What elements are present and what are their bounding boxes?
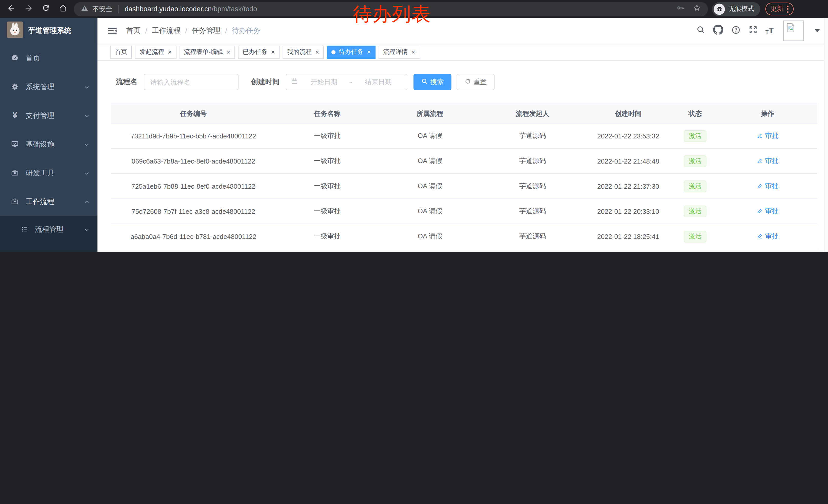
created-time-cell: 2022-01-22 21:37:30 xyxy=(584,174,672,199)
search-button-label: 搜索 xyxy=(430,78,444,87)
calendar-icon xyxy=(291,78,298,87)
reset-button[interactable]: 重置 xyxy=(457,74,495,90)
sidebar-item-payment[interactable]: ¥ 支付管理 xyxy=(0,101,97,130)
avatar[interactable] xyxy=(783,20,804,41)
process-cell: OA 请假 xyxy=(379,174,481,199)
yen-icon: ¥ xyxy=(11,111,19,120)
security-warning-icon[interactable] xyxy=(81,4,89,14)
breadcrumb-item[interactable]: 任务管理 xyxy=(192,26,220,35)
breadcrumb-item[interactable]: 工作流程 xyxy=(152,26,180,35)
kebab-menu-icon[interactable] xyxy=(787,5,788,12)
caret-down-icon[interactable] xyxy=(815,29,820,32)
url-path: /bpm/task/todo xyxy=(212,5,257,13)
approve-button-label: 审批 xyxy=(765,232,779,241)
approve-button[interactable]: 审批 xyxy=(756,207,779,216)
tab[interactable]: 流程表单-编辑× xyxy=(179,45,235,59)
process-cell: OA 请假 xyxy=(379,148,481,174)
column-header-task-name: 任务名称 xyxy=(276,104,379,123)
reload-button[interactable] xyxy=(42,4,50,14)
briefcase-icon xyxy=(11,197,19,205)
status-cell: 激活 xyxy=(672,123,718,148)
back-button[interactable] xyxy=(7,3,16,15)
bookmark-star-icon[interactable] xyxy=(693,4,701,14)
table-header-row: 任务编号 任务名称 所属流程 流程发起人 创建时间 状态 操作 xyxy=(111,104,817,123)
github-icon[interactable] xyxy=(713,25,723,37)
search-icon[interactable] xyxy=(696,25,705,36)
approve-button[interactable]: 审批 xyxy=(756,232,779,241)
approve-button[interactable]: 审批 xyxy=(756,131,779,140)
chevron-down-icon xyxy=(84,112,90,121)
table-row: 8f0d1619-7ac8-11ec-a9e2-a2380e71991a1.2测… xyxy=(111,249,817,252)
search-button[interactable]: 搜索 xyxy=(413,74,451,90)
workflow-submenu: 流程管理 任务管理 我的流程 待办任务 已办 xyxy=(0,216,97,252)
tabs-bar: 首页发起流程×流程表单-编辑×已办任务×我的流程×待办任务×流程详情× xyxy=(97,44,828,61)
status-cell: 激活 xyxy=(672,199,718,224)
tab[interactable]: 流程详情× xyxy=(379,45,420,59)
approve-button[interactable]: 审批 xyxy=(756,156,779,166)
status-cell: 激活 xyxy=(672,174,718,199)
approve-button-label: 审批 xyxy=(765,131,779,140)
main-area: 首页 / 工作流程 / 任务管理 / 待办任务 TT xyxy=(97,18,828,252)
help-icon[interactable] xyxy=(731,25,741,37)
sidebar-item-label: 流程管理 xyxy=(35,216,64,242)
process-cell: OA 请假 xyxy=(379,199,481,224)
home-button[interactable] xyxy=(58,3,68,15)
fullscreen-icon[interactable] xyxy=(748,25,758,36)
created-time-cell: 2022-01-22 20:33:10 xyxy=(584,199,672,224)
app-frame: 芋道管理系统 首页 系统管理 ¥ 支付管理 基础设施 xyxy=(0,18,828,252)
sidebar-item-infrastructure[interactable]: 基础设施 xyxy=(0,130,97,158)
chevron-down-icon xyxy=(84,84,90,92)
task-table: 任务编号 任务名称 所属流程 流程发起人 创建时间 状态 操作 73211d9d… xyxy=(111,103,817,252)
tab[interactable]: 已办任务× xyxy=(238,45,279,59)
sidebar-item-label: 研发工具 xyxy=(26,158,54,187)
tab-close-icon[interactable]: × xyxy=(411,49,415,55)
action-cell: 审批 xyxy=(718,224,817,249)
status-cell: 激活 xyxy=(672,224,718,249)
hamburger-icon[interactable] xyxy=(107,26,118,38)
table-row: 75d72608-7b7f-11ec-a3c8-acde48001122一级审批… xyxy=(111,199,817,224)
tab[interactable]: 首页 xyxy=(110,45,132,59)
tab-close-icon[interactable]: × xyxy=(168,49,172,55)
approve-button[interactable]: 审批 xyxy=(756,182,779,191)
process-cell: OA 请假 xyxy=(379,224,481,249)
approve-button-label: 审批 xyxy=(765,207,779,216)
vertical-scrollbar[interactable] xyxy=(824,18,828,252)
sidebar-item-workflow[interactable]: 工作流程 xyxy=(0,187,97,216)
column-header-created: 创建时间 xyxy=(584,104,672,123)
breadcrumb-item[interactable]: 首页 xyxy=(126,26,140,35)
monitor-icon xyxy=(11,140,19,148)
toolbox-icon xyxy=(11,169,19,177)
starter-cell: 芋道源码 xyxy=(481,249,584,252)
sidebar-item-system[interactable]: 系统管理 xyxy=(0,72,97,101)
sidebar-item-label: 基础设施 xyxy=(26,130,54,158)
browser-update-button[interactable]: 更新 xyxy=(765,3,794,15)
sidebar-item-process-mgmt[interactable]: 流程管理 xyxy=(0,216,97,242)
column-header-process: 所属流程 xyxy=(379,104,481,123)
tab-close-icon[interactable]: × xyxy=(226,49,230,55)
sidebar-item-label: 任务管理 xyxy=(35,242,64,252)
font-size-icon[interactable]: TT xyxy=(765,27,774,35)
column-header-starter: 流程发起人 xyxy=(481,104,584,123)
tab-close-icon[interactable]: × xyxy=(316,49,319,55)
tab-close-icon[interactable]: × xyxy=(367,49,371,55)
tab[interactable]: 我的流程× xyxy=(283,45,324,59)
password-key-icon[interactable] xyxy=(676,4,685,14)
forward-button[interactable] xyxy=(24,3,33,15)
tab[interactable]: 待办任务× xyxy=(327,45,376,59)
app-logo-row[interactable]: 芋道管理系统 xyxy=(0,18,97,44)
status-badge: 激活 xyxy=(684,130,706,142)
breadcrumb-current: 待办任务 xyxy=(232,26,260,35)
sidebar-item-home[interactable]: 首页 xyxy=(0,44,97,72)
tab-close-icon[interactable]: × xyxy=(271,49,275,55)
column-header-actions: 操作 xyxy=(718,104,817,123)
sidebar-item-dev-tools[interactable]: 研发工具 xyxy=(0,158,97,187)
tab-label: 发起流程 xyxy=(139,48,164,56)
dashboard-gauge-icon xyxy=(11,54,19,62)
app-logo xyxy=(7,21,23,40)
table-row: 069c6a63-7b8a-11ec-8ef0-acde48001122一级审批… xyxy=(111,148,817,174)
process-name-input[interactable] xyxy=(143,74,239,90)
sidebar-item-task-mgmt[interactable]: 任务管理 xyxy=(0,242,97,252)
tab[interactable]: 发起流程× xyxy=(135,45,176,59)
task-name-cell: 一级审批 xyxy=(276,123,379,148)
date-range-picker[interactable]: 开始日期 - 结束日期 xyxy=(286,74,407,90)
